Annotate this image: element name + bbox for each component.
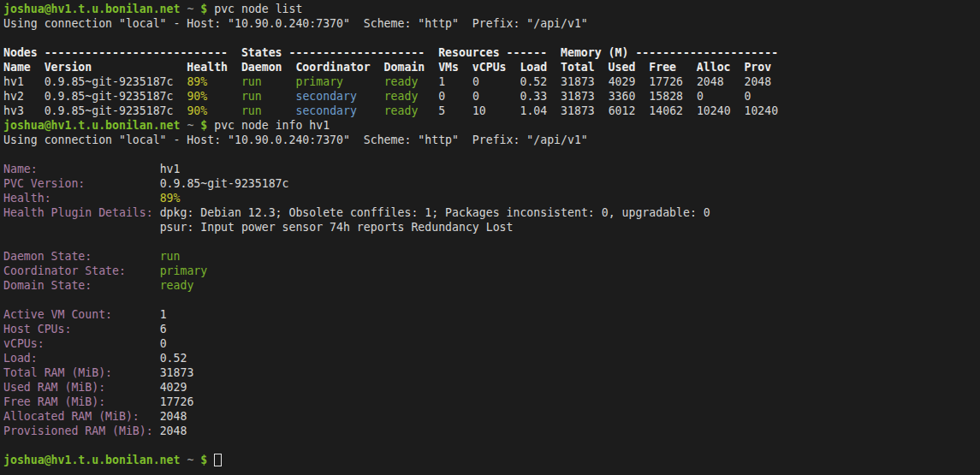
info-value: 0.52 xyxy=(160,352,187,365)
node-name: hv2 xyxy=(3,90,45,103)
terminal-line: Using connection "local" - Host: "10.90.… xyxy=(3,133,980,147)
node-domain-state: ready xyxy=(384,75,439,88)
spacer xyxy=(105,395,160,408)
info-value: 31873 xyxy=(160,366,194,379)
terminal-line: joshua@hv1.t.u.bonilan.net ~ $ pvc node … xyxy=(3,118,980,133)
info-label: Provisioned RAM (MiB): xyxy=(3,425,153,437)
node-name: hv3 xyxy=(3,104,45,117)
node-coordinator-state: secondary xyxy=(295,104,383,117)
terminal-line xyxy=(3,293,980,307)
node-version: 0.9.85~git-9235187c xyxy=(45,104,187,117)
info-label: vCPUs: xyxy=(3,337,45,350)
node-resources: 5 10 1.04 31873 6012 14062 10240 10240 xyxy=(438,104,778,117)
terminal-line: Health Plugin Details: dpkg: Debian 12.3… xyxy=(3,205,980,220)
terminal-line: Provisioned RAM (MiB): 2048 xyxy=(3,424,980,438)
spacer xyxy=(153,425,160,437)
terminal-line: joshua@hv1.t.u.bonilan.net ~ $ xyxy=(3,453,980,467)
prompt-user-host: joshua@hv1.t.u.bonilan.net xyxy=(3,454,180,466)
node-daemon-state: run xyxy=(241,90,296,103)
spacer xyxy=(38,352,160,365)
info-value: psur: Input power sensor 74h reports Red… xyxy=(160,221,514,234)
node-resources: 0 0 0.33 31873 3360 15828 0 0 xyxy=(438,90,751,103)
prompt-user-host: joshua@hv1.t.u.bonilan.net xyxy=(3,3,180,15)
prompt-user-host: joshua@hv1.t.u.bonilan.net xyxy=(3,119,180,132)
info-value: 6 xyxy=(160,323,167,335)
info-label: Total RAM (MiB): xyxy=(3,366,112,379)
spacer xyxy=(85,177,159,190)
info-value: 17726 xyxy=(160,395,194,408)
info-value: run xyxy=(160,250,181,263)
terminal-line: hv1 0.9.85~git-9235187c 89% run primary … xyxy=(3,74,980,89)
terminal-line: joshua@hv1.t.u.bonilan.net ~ $ pvc node … xyxy=(3,2,980,16)
info-label: Free RAM (MiB): xyxy=(3,395,105,408)
spacer xyxy=(3,221,160,234)
info-label: Domain State: xyxy=(3,279,92,292)
terminal-line: vCPUs: 0 xyxy=(3,336,980,351)
terminal-line: hv3 0.9.85~git-9235187c 90% run secondar… xyxy=(3,104,980,118)
terminal-line: Used RAM (MiB): 4029 xyxy=(3,380,980,395)
connection-info: Using connection "local" - Host: "10.90.… xyxy=(3,17,588,30)
spacer xyxy=(140,410,160,423)
terminal-cursor xyxy=(214,454,222,466)
spacer xyxy=(38,163,160,175)
spacer xyxy=(92,250,159,263)
table-column-header: Name Version Health Daemon Coordinator D… xyxy=(3,61,771,74)
terminal-line: Load: 0.52 xyxy=(3,351,980,365)
terminal-line: Health: 89% xyxy=(3,191,980,205)
node-version: 0.9.85~git-9235187c xyxy=(45,75,187,88)
node-resources: 1 0 0.52 31873 4029 17726 2048 2048 xyxy=(438,75,771,88)
terminal-line: Nodes --------------------------- States… xyxy=(3,45,980,60)
terminal-line: Name: hv1 xyxy=(3,162,980,176)
node-health: 89% xyxy=(187,75,241,88)
terminal-line xyxy=(3,235,980,249)
info-label: Host CPUs: xyxy=(3,323,71,335)
info-label: Coordinator State: xyxy=(3,264,126,277)
info-label: Active VM Count: xyxy=(3,308,112,321)
terminal-line: Domain State: ready xyxy=(3,278,980,293)
terminal-line: Name Version Health Daemon Coordinator D… xyxy=(3,60,980,74)
node-name: hv1 xyxy=(3,75,45,88)
terminal-line: psur: Input power sensor 74h reports Red… xyxy=(3,220,980,235)
terminal-line xyxy=(3,147,980,162)
info-label: Used RAM (MiB): xyxy=(3,381,105,394)
node-daemon-state: run xyxy=(241,75,296,88)
spacer xyxy=(51,192,160,205)
terminal-line xyxy=(3,438,980,453)
terminal-screen[interactable]: joshua@hv1.t.u.bonilan.net ~ $ pvc node … xyxy=(0,0,980,475)
node-domain-state: ready xyxy=(384,90,439,103)
terminal-line: Daemon State: run xyxy=(3,249,980,264)
info-value: 4029 xyxy=(160,381,187,394)
terminal-line: hv2 0.9.85~git-9235187c 90% run secondar… xyxy=(3,89,980,104)
info-label: Daemon State: xyxy=(3,250,92,263)
info-value: 1 xyxy=(160,308,167,321)
info-value: ready xyxy=(160,279,194,292)
spacer xyxy=(71,323,159,335)
info-value: 2048 xyxy=(160,410,187,423)
info-value: 0 xyxy=(160,337,167,350)
node-health: 90% xyxy=(187,104,241,117)
info-label: Health: xyxy=(3,192,51,205)
terminal-line: Free RAM (MiB): 17726 xyxy=(3,395,980,409)
spacer xyxy=(207,454,214,466)
info-value: 89% xyxy=(160,192,181,205)
terminal-line: Active VM Count: 1 xyxy=(3,307,980,322)
info-value: 0.9.85~git-9235187c xyxy=(160,177,289,190)
spacer xyxy=(126,264,160,277)
command-pvc-node-list: pvc node list xyxy=(207,3,302,15)
terminal-line: Using connection "local" - Host: "10.90.… xyxy=(3,16,980,31)
info-value: dpkg: Debian 12.3; Obsolete conffiles: 1… xyxy=(160,206,710,219)
spacer xyxy=(105,381,160,394)
info-label: Load: xyxy=(3,352,38,365)
terminal-line: Allocated RAM (MiB): 2048 xyxy=(3,409,980,424)
node-domain-state: ready xyxy=(384,104,439,117)
spacer xyxy=(112,366,160,379)
node-coordinator-state: primary xyxy=(295,75,383,88)
info-label: Health Plugin Details: xyxy=(3,206,153,219)
terminal-line: Coordinator State: primary xyxy=(3,264,980,278)
info-label: Name: xyxy=(3,163,38,175)
spacer xyxy=(45,337,160,350)
node-daemon-state: run xyxy=(241,104,296,117)
terminal-line: PVC Version: 0.9.85~git-9235187c xyxy=(3,176,980,191)
terminal-line xyxy=(3,31,980,45)
table-section-header: Nodes --------------------------- States… xyxy=(3,46,778,59)
